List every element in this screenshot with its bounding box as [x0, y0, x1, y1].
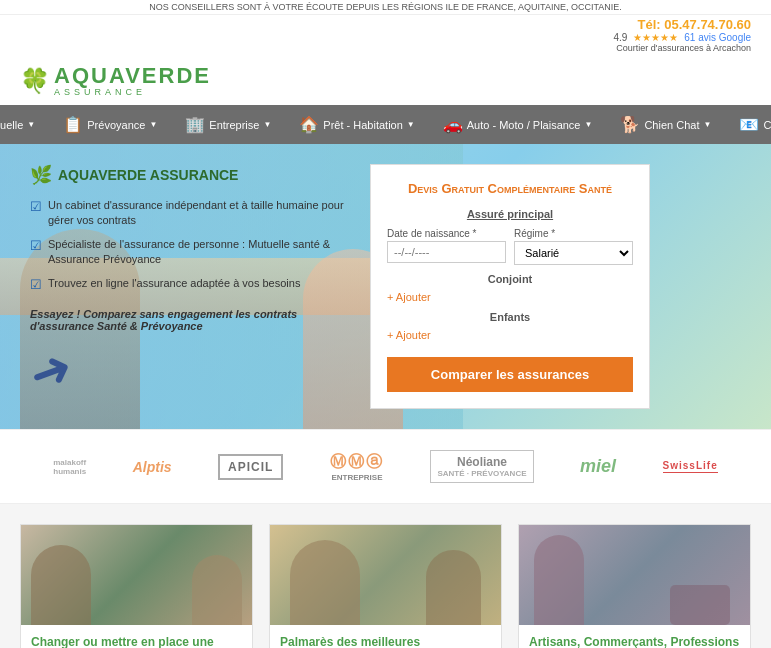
bullet-3: ☑ Trouvez en ligne l'assurance adaptée à…: [30, 276, 350, 294]
checkmark-icon-3: ☑: [30, 276, 42, 294]
arrow-graphic: ➜: [21, 336, 80, 405]
article-card-1: Changer ou mettre en place une mutuelle …: [20, 524, 253, 648]
contact-icon: 📧: [739, 115, 759, 134]
chevron-down-icon-4: ▼: [407, 120, 415, 129]
rating-number: 4.9: [613, 32, 627, 43]
dob-label: Date de naissance *: [387, 228, 506, 239]
hero-title-text: AQUAVERDE ASSURANCE: [58, 167, 238, 183]
partners-section: malakoff humanis Alptis APICIL ⓂⓂⓐ ENTRE…: [0, 429, 771, 504]
chevron-down-icon-2: ▼: [149, 120, 157, 129]
hero-cta-strong: Essayez ! Comparez sans engagement les c…: [30, 308, 297, 332]
form-section-conjoint: Conjoint: [387, 273, 633, 285]
nav-item-pret[interactable]: 🏠 Prêt - Habitation ▼: [285, 105, 428, 144]
bullet-2: ☑ Spécialiste de l'assurance de personne…: [30, 237, 350, 268]
chevron-down-icon-3: ▼: [263, 120, 271, 129]
main-nav: 👤 Mutuelle ▼ 📋 Prévoyance ▼ 🏢 Entreprise…: [0, 105, 771, 144]
checkmark-icon-2: ☑: [30, 237, 42, 255]
bullet-2-text: Spécialiste de l'assurance de personne :…: [48, 237, 350, 268]
article-img-3: [519, 525, 750, 625]
nav-item-prevoyance[interactable]: 📋 Prévoyance ▼: [49, 105, 171, 144]
dob-field: Date de naissance *: [387, 228, 506, 263]
hero-content: 🌿 AQUAVERDE ASSURANCE ☑ Un cabinet d'ass…: [0, 144, 771, 429]
add-enfants-btn[interactable]: + Ajouter: [387, 329, 633, 341]
article-card-2: Palmarès des meilleures complémentaires …: [269, 524, 502, 648]
bullet-1: ☑ Un cabinet d'assurance indépendant et …: [30, 198, 350, 229]
bullet-3-text: Trouvez en ligne l'assurance adaptée à v…: [48, 276, 300, 291]
phone-number: Tél: 05.47.74.70.60: [638, 17, 751, 32]
auto-icon: 🚗: [443, 115, 463, 134]
chevron-down-icon-6: ▼: [703, 120, 711, 129]
form-section-principal: Assuré principal: [387, 208, 633, 220]
hero-leaf-icon: 🌿: [30, 164, 52, 186]
prevoyance-icon: 📋: [63, 115, 83, 134]
nav-label-contact: Contact: [763, 119, 771, 131]
stars: ★★★★★: [633, 32, 678, 43]
form-section-enfants: Enfants: [387, 311, 633, 323]
form-row-dob-regime: Date de naissance * Régime * Salarié TNS…: [387, 228, 633, 265]
pret-icon: 🏠: [299, 115, 319, 134]
article-img-2: [270, 525, 501, 625]
dob-input[interactable]: [387, 241, 506, 263]
partner-miel: miel: [580, 456, 616, 477]
nav-item-entreprise[interactable]: 🏢 Entreprise ▼: [171, 105, 285, 144]
article-body-3: Artisans, Commerçants, Professions libér…: [519, 625, 750, 648]
reviews-text: 61 avis Google: [684, 32, 751, 43]
articles-section: Changer ou mettre en place une mutuelle …: [0, 504, 771, 648]
logo-leaf-icon: 🍀: [20, 67, 50, 95]
top-info-bar: NOS CONSEILLERS SONT À VOTRE ÉCOUTE DEPU…: [0, 0, 771, 15]
nav-label-mutuelle: Mutuelle: [0, 119, 23, 131]
regime-select[interactable]: Salarié TNS Retraité Etudiant Fonctionna…: [514, 241, 633, 265]
hero-section: 🌿 AQUAVERDE ASSURANCE ☑ Un cabinet d'ass…: [0, 144, 771, 429]
article-title-2: Palmarès des meilleures complémentaires …: [280, 635, 491, 648]
compare-button[interactable]: Comparer les assurances: [387, 357, 633, 392]
nav-label-chien-chat: Chien Chat: [644, 119, 699, 131]
regime-label: Régime *: [514, 228, 633, 239]
hero-title-area: 🌿 AQUAVERDE ASSURANCE: [30, 164, 350, 186]
quote-form: Devis Gratuit Complémentaire Santé Assur…: [370, 164, 650, 409]
regime-field: Régime * Salarié TNS Retraité Etudiant F…: [514, 228, 633, 265]
form-title: Devis Gratuit Complémentaire Santé: [387, 181, 633, 196]
article-body-2: Palmarès des meilleures complémentaires …: [270, 625, 501, 648]
hero-left-panel: 🌿 AQUAVERDE ASSURANCE ☑ Un cabinet d'ass…: [30, 164, 350, 409]
partner-swisslife: SwissLife: [663, 460, 718, 473]
nav-item-auto[interactable]: 🚗 Auto - Moto / Plaisance ▼: [429, 105, 607, 144]
add-conjoint-btn[interactable]: + Ajouter: [387, 291, 633, 303]
hero-bullets-list: ☑ Un cabinet d'assurance indépendant et …: [30, 198, 350, 294]
logo[interactable]: 🍀 AQUAVERDE ASSURANCE: [20, 65, 211, 97]
logo-text: AQUAVERDE: [54, 65, 211, 87]
logo-sub: ASSURANCE: [54, 87, 211, 97]
entreprise-icon: 🏢: [185, 115, 205, 134]
article-body-1: Changer ou mettre en place une mutuelle …: [21, 625, 252, 648]
nav-label-entreprise: Entreprise: [209, 119, 259, 131]
article-card-3: Artisans, Commerçants, Professions libér…: [518, 524, 751, 648]
nav-item-chien-chat[interactable]: 🐕 Chien Chat ▼: [606, 105, 725, 144]
article-title-3: Artisans, Commerçants, Professions libér…: [529, 635, 740, 648]
chevron-down-icon: ▼: [27, 120, 35, 129]
bullet-1-text: Un cabinet d'assurance indépendant et à …: [48, 198, 350, 229]
article-img-1: [21, 525, 252, 625]
partner-malakoff: malakoff humanis: [53, 458, 86, 476]
chien-chat-icon: 🐕: [620, 115, 640, 134]
broker-text: Courtier d'assurances à Arcachon: [616, 43, 751, 53]
nav-label-prevoyance: Prévoyance: [87, 119, 145, 131]
advisor-text: NOS CONSEILLERS SONT À VOTRE ÉCOUTE DEPU…: [149, 2, 622, 12]
partner-alptis: Alptis: [133, 459, 172, 475]
partner-mma: ⓂⓂⓐ ENTREPRISE: [330, 452, 384, 482]
nav-item-mutuelle[interactable]: 👤 Mutuelle ▼: [0, 105, 49, 144]
header: 🍀 AQUAVERDE ASSURANCE: [0, 57, 771, 105]
nav-label-auto: Auto - Moto / Plaisance: [467, 119, 581, 131]
partner-neoliane: Néoliane SANTÉ · PRÉVOYANCE: [430, 450, 533, 483]
nav-item-contact[interactable]: 📧 Contact ▼: [725, 105, 771, 144]
hero-cta-text: Essayez ! Comparez sans engagement les c…: [30, 308, 350, 332]
nav-label-pret: Prêt - Habitation: [323, 119, 402, 131]
partner-apicil: APICIL: [218, 454, 283, 480]
checkmark-icon-1: ☑: [30, 198, 42, 216]
article-title-1: Changer ou mettre en place une mutuelle …: [31, 635, 242, 648]
chevron-down-icon-5: ▼: [585, 120, 593, 129]
